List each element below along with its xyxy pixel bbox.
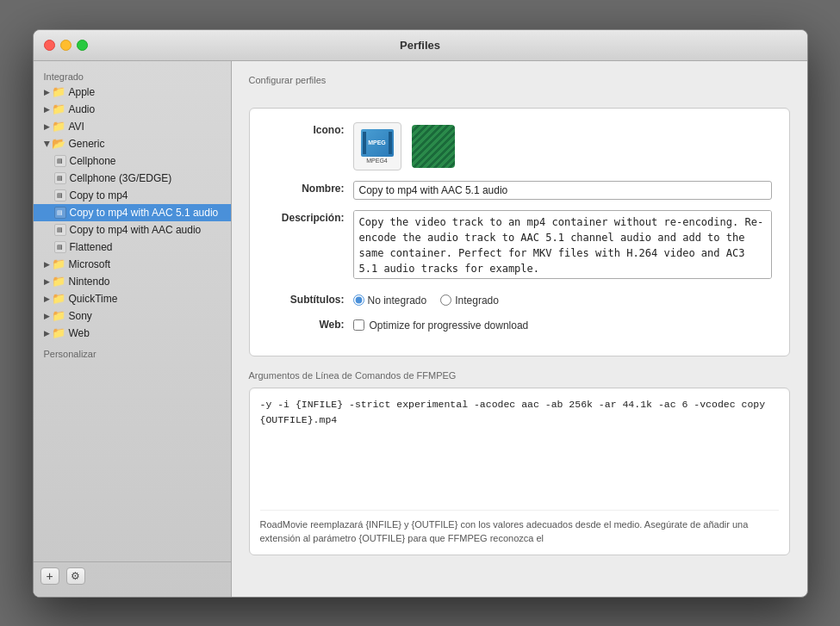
close-button[interactable]: [44, 40, 55, 51]
folder-icon: 📁: [52, 310, 65, 321]
window-title: Perfiles: [400, 39, 440, 52]
web-row: Web: Optimize for progressive download: [267, 317, 772, 332]
descripcion-field-container: [353, 210, 772, 282]
maximize-button[interactable]: [77, 40, 88, 51]
folder-icon: 📁: [52, 276, 65, 287]
sidebar-item-copy-to-mp4-aac-audio[interactable]: ▤ Copy to mp4 with AAC audio: [34, 221, 231, 239]
descripcion-label: Descripción:: [267, 210, 353, 224]
plus-icon: +: [46, 569, 53, 583]
sidebar: Integrado ▶ 📁 Apple ▶ 📁 Audio ▶ 📁 AVI ▶: [34, 61, 232, 597]
sidebar-item-cellphone[interactable]: ▤ Cellphone: [34, 152, 231, 170]
chevron-right-icon: ▶: [44, 277, 50, 286]
descripcion-textarea[interactable]: [353, 210, 772, 279]
web-checkbox-text: Optimize for progressive download: [370, 319, 529, 332]
sidebar-section-personalizar: Personalizar: [34, 342, 231, 363]
file-icon: ▤: [54, 224, 66, 236]
args-box: RoadMovie reemplazará {INFILE} y {OUTFIL…: [249, 387, 790, 555]
sidebar-item-flattened[interactable]: ▤ Flattened: [34, 239, 231, 256]
chevron-down-icon: ▶: [42, 140, 51, 146]
icon-row: Icono: MPEG MPEG4: [267, 122, 772, 170]
radio-integrado-label: Integrado: [455, 294, 499, 307]
web-checkbox-container: Optimize for progressive download: [353, 317, 772, 332]
traffic-lights: [44, 40, 88, 51]
web-checkbox-label[interactable]: Optimize for progressive download: [353, 317, 772, 332]
mpeg-film-icon: MPEG: [361, 129, 394, 157]
sidebar-item-label: Flattened: [70, 241, 113, 253]
icon-label: Icono:: [267, 122, 353, 136]
folder-icon: 📁: [52, 86, 65, 97]
radio-integrado[interactable]: Integrado: [440, 294, 499, 307]
sidebar-item-apple[interactable]: ▶ 📁 Apple: [34, 84, 231, 101]
file-icon: ▤: [54, 155, 66, 167]
chevron-right-icon: ▶: [44, 312, 50, 320]
sidebar-item-label: Cellphone (3G/EDGE): [70, 172, 172, 184]
mpeg-text: MPEG4: [366, 158, 388, 164]
sidebar-item-sony[interactable]: ▶ 📁 Sony: [34, 307, 231, 325]
sidebar-item-web[interactable]: ▶ 📁 Web: [34, 325, 231, 342]
sidebar-item-audio[interactable]: ▶ 📁 Audio: [34, 101, 231, 118]
subtitulos-label: Subtítulos:: [267, 292, 353, 306]
sidebar-item-label: Copy to mp4: [70, 189, 128, 201]
gear-icon: ⚙: [71, 570, 80, 582]
configure-section-title: Configurar perfiles: [249, 75, 790, 85]
profile-config-box: Icono: MPEG MPEG4 Nombre:: [249, 108, 790, 356]
nombre-input[interactable]: [353, 181, 772, 200]
chevron-right-icon: ▶: [44, 294, 50, 303]
sidebar-item-label: Audio: [69, 103, 96, 115]
hatch-decoration-icon: [412, 125, 455, 168]
profile-icon-box[interactable]: MPEG MPEG4: [353, 122, 401, 170]
args-textarea[interactable]: [260, 397, 779, 500]
minimize-button[interactable]: [60, 40, 72, 51]
icon-area: MPEG MPEG4: [353, 122, 772, 170]
sidebar-item-label: Copy to mp4 with AAC audio: [70, 224, 202, 236]
subtitulos-options: No integrado Integrado: [353, 292, 772, 307]
file-icon: ▤: [54, 172, 66, 184]
subtitulos-row: Subtítulos: No integrado Integrado: [267, 292, 772, 307]
nombre-label: Nombre:: [267, 181, 353, 195]
sidebar-item-label: Cellphone: [70, 155, 116, 167]
sidebar-item-label: QuickTime: [69, 293, 118, 305]
radio-group-subtitulos: No integrado Integrado: [353, 292, 772, 307]
sidebar-item-label: Copy to mp4 with AAC 5.1 audio: [70, 207, 219, 219]
radio-no-integrado[interactable]: No integrado: [353, 294, 427, 307]
sidebar-item-copy-to-mp4[interactable]: ▤ Copy to mp4: [34, 187, 231, 204]
radio-no-integrado-input[interactable]: [353, 294, 364, 306]
file-icon: ▤: [54, 207, 66, 219]
main-window: Perfiles Integrado ▶ 📁 Apple ▶ 📁 Audio ▶…: [33, 29, 808, 598]
chevron-right-icon: ▶: [44, 260, 50, 269]
sidebar-item-cellphone3g[interactable]: ▤ Cellphone (3G/EDGE): [34, 170, 231, 187]
sidebar-item-copy-to-mp4-aac[interactable]: ▤ Copy to mp4 with AAC 5.1 audio: [34, 204, 231, 221]
descripcion-row: Descripción:: [267, 210, 772, 282]
sidebar-item-nintendo[interactable]: ▶ 📁 Nintendo: [34, 273, 231, 290]
chevron-right-icon: ▶: [44, 88, 50, 96]
folder-icon: 📁: [52, 121, 65, 132]
sidebar-item-avi[interactable]: ▶ 📁 AVI: [34, 118, 231, 135]
sidebar-item-generic[interactable]: ▶ 📂 Generic: [34, 135, 231, 152]
sidebar-bottom-bar: + ⚙: [34, 561, 231, 590]
sidebar-item-label: Nintendo: [69, 276, 110, 288]
args-hint: RoadMovie reemplazará {INFILE} y {OUTFIL…: [260, 510, 779, 546]
radio-integrado-input[interactable]: [440, 294, 451, 306]
radio-no-integrado-label: No integrado: [368, 294, 427, 307]
nombre-field-container: [353, 181, 772, 200]
sidebar-item-label: Microsoft: [69, 258, 111, 270]
folder-icon: 📁: [52, 293, 65, 304]
content-area: Integrado ▶ 📁 Apple ▶ 📁 Audio ▶ 📁 AVI ▶: [34, 61, 807, 597]
sidebar-item-microsoft[interactable]: ▶ 📁 Microsoft: [34, 256, 231, 273]
sidebar-item-quicktime[interactable]: ▶ 📁 QuickTime: [34, 290, 231, 307]
settings-profile-button[interactable]: ⚙: [66, 567, 85, 585]
titlebar: Perfiles: [34, 30, 807, 61]
folder-icon: 📁: [52, 327, 65, 338]
args-section: Argumentos de Línea de Comandos de FFMPE…: [249, 370, 790, 555]
sidebar-item-label: Generic: [69, 138, 105, 150]
folder-icon: 📁: [52, 258, 65, 270]
folder-open-icon: 📂: [52, 138, 65, 149]
sidebar-item-label: Apple: [69, 86, 96, 98]
chevron-right-icon: ▶: [44, 329, 50, 338]
add-profile-button[interactable]: +: [40, 567, 59, 585]
web-checkbox-input[interactable]: [353, 319, 364, 331]
sidebar-item-label: Sony: [69, 310, 92, 322]
sidebar-section-integrado: Integrado: [34, 68, 231, 84]
main-panel: Configurar perfiles Icono: MPEG MPEG4: [232, 61, 807, 597]
file-icon: ▤: [54, 189, 66, 201]
